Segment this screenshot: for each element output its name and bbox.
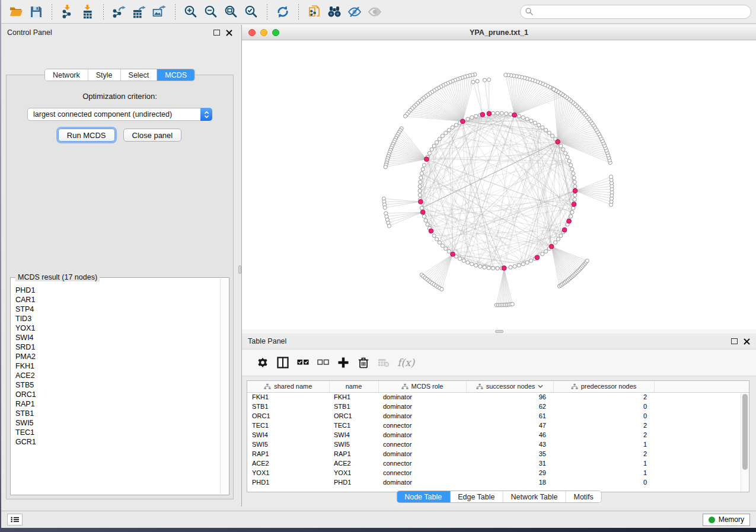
graph-node[interactable] [537,123,541,127]
graph-node[interactable] [432,144,436,148]
close-panel-button[interactable]: Close panel [123,129,182,142]
graph-node[interactable] [426,223,429,226]
graph-node[interactable] [569,164,573,167]
mcds-result-item[interactable]: STB1 [11,409,220,418]
table-row[interactable]: PHD1PHD1dominator180 [247,477,749,487]
graph-node[interactable] [517,264,521,267]
graph-node[interactable] [509,113,512,116]
export-network-icon[interactable] [110,3,128,21]
select-all-icon[interactable] [293,354,313,371]
zoom-in-icon[interactable] [182,3,200,21]
mcds-result-item[interactable]: FKH1 [11,361,220,371]
apply-layout-icon[interactable] [274,3,292,21]
graph-node[interactable] [454,123,458,127]
memory-button[interactable]: Memory [703,514,750,526]
graph-node[interactable] [559,144,563,148]
graph-node[interactable] [428,152,431,155]
graph-node[interactable] [573,185,577,188]
graph-hub-node[interactable] [451,252,455,257]
graph-node[interactable] [466,117,470,121]
graph-leaf-node[interactable] [504,73,508,76]
search-box[interactable] [520,5,751,19]
table-row[interactable]: FKH1FKH1dominator962 [247,392,749,402]
table-row[interactable]: TEC1TEC1connector472 [247,421,749,430]
float-panel-icon[interactable] [213,30,220,36]
graph-node[interactable] [572,172,575,175]
graph-node[interactable] [451,126,454,129]
graph-node[interactable] [559,234,563,238]
zoom-selected-icon[interactable] [243,3,260,21]
graph-leaf-node[interactable] [384,165,387,169]
graph-node[interactable] [432,234,436,238]
graph-node[interactable] [483,265,486,269]
mcds-result-item[interactable]: GCR1 [11,437,220,447]
network-canvas[interactable] [242,40,756,329]
graph-hub-node[interactable] [562,227,567,232]
graph-node[interactable] [447,249,451,253]
table-row[interactable]: ACE2ACE2connector311 [247,459,749,468]
splitter-grip[interactable] [238,265,241,274]
graph-node[interactable] [444,131,448,134]
graph-leaf-node[interactable] [440,287,444,291]
graph-node[interactable] [529,119,533,123]
graph-leaf-node[interactable] [483,78,486,82]
graph-node[interactable] [567,159,571,163]
graph-hub-node[interactable] [535,255,540,260]
graph-hub-node[interactable] [549,244,554,249]
graph-leaf-node[interactable] [403,114,407,118]
mcds-result-item[interactable]: YOX1 [11,323,220,333]
graph-node[interactable] [525,261,529,264]
search-input[interactable] [537,8,746,16]
graph-node[interactable] [544,249,548,253]
graph-node[interactable] [500,111,503,115]
delete-columns-icon[interactable] [353,354,374,371]
graph-leaf-node[interactable] [511,302,514,306]
graph-node[interactable] [470,262,474,266]
graph-node[interactable] [554,241,557,244]
mcds-result-item[interactable]: RAP1 [11,399,220,409]
graph-node[interactable] [447,128,451,132]
import-table-icon[interactable] [79,3,97,21]
column-header-predecessor-nodes[interactable]: predecessor nodes [553,381,654,392]
mcds-result-item[interactable]: PHD1 [11,286,220,295]
export-table-icon[interactable] [130,3,148,21]
hide-details-icon[interactable] [346,3,363,21]
graph-node[interactable] [525,117,529,121]
graph-hub-node[interactable] [573,188,578,193]
graph-node[interactable] [424,219,428,222]
zoom-fit-icon[interactable] [222,3,240,21]
mcds-result-item[interactable]: SWI5 [11,418,220,428]
mcds-result-item[interactable]: ORC1 [11,390,220,399]
graph-node[interactable] [533,121,537,124]
graph-leaf-node[interactable] [609,175,613,178]
show-columns-icon[interactable] [273,354,293,371]
graph-node[interactable] [419,176,423,180]
graph-node[interactable] [418,185,422,188]
graph-leaf-node[interactable] [383,206,387,209]
table-row[interactable]: STB1STB1dominator620 [247,402,749,411]
graph-hub-node[interactable] [424,157,429,162]
graph-node[interactable] [505,112,508,116]
table-scrollbar[interactable] [741,393,749,492]
horizontal-splitter[interactable] [242,329,756,334]
graph-hub-node[interactable] [429,229,433,233]
graph-node[interactable] [569,214,573,218]
graph-leaf-node[interactable] [476,79,479,83]
graph-node[interactable] [544,128,548,132]
graph-node[interactable] [570,168,574,171]
table-row[interactable]: SWI5SWI5connector431 [247,440,749,449]
graph-node[interactable] [541,126,544,129]
mcds-result-item[interactable]: PMA2 [11,352,220,361]
save-session-icon[interactable] [27,3,45,21]
graph-node[interactable] [430,148,433,151]
tab-network[interactable]: Network [45,69,88,81]
mcds-result-item[interactable]: TEC1 [11,428,220,437]
graph-node[interactable] [517,114,521,118]
graph-node[interactable] [419,180,422,184]
graph-node[interactable] [547,131,551,134]
run-mcds-button[interactable]: Run MCDS [58,129,115,142]
graph-node[interactable] [421,168,425,171]
column-header-name[interactable]: name [329,381,378,392]
close-panel-icon[interactable] [226,30,232,36]
graph-node[interactable] [441,134,444,137]
